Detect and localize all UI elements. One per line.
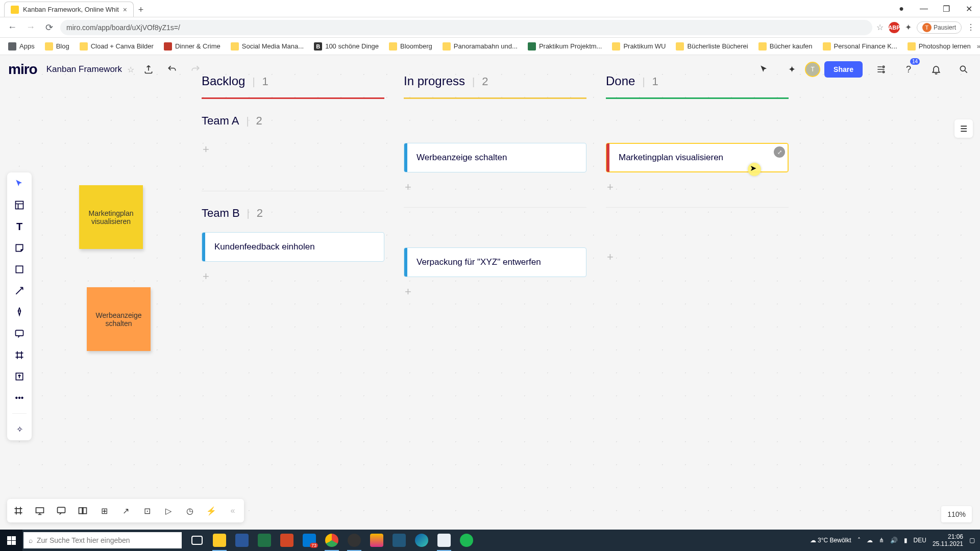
apps-bookmark[interactable]: Apps	[4, 40, 39, 53]
chrome-icon[interactable]	[322, 530, 342, 551]
expand-card-icon[interactable]: ⤢	[774, 146, 785, 158]
add-card-button[interactable]: +	[404, 178, 586, 197]
bookmark-item[interactable]: Bücher kaufen	[754, 40, 817, 53]
app-icon[interactable]	[389, 530, 409, 551]
comments-icon[interactable]	[55, 505, 67, 517]
add-card-button[interactable]: +	[202, 267, 384, 286]
bookmark-item[interactable]: Personal Finance K...	[819, 40, 901, 53]
notifications-tray-icon[interactable]: ▢	[969, 537, 975, 544]
collapse-toolbar-icon[interactable]: «	[227, 505, 239, 517]
video-icon[interactable]: ▷	[162, 505, 175, 517]
minimize-icon[interactable]: —	[913, 0, 935, 17]
kanban-card[interactable]: Marketingplan visualisieren ⤢	[606, 143, 789, 172]
forward-button[interactable]: →	[23, 20, 38, 35]
account-icon[interactable]: ●	[890, 0, 913, 17]
select-tool-icon[interactable]	[13, 178, 26, 190]
upload-tool-icon[interactable]	[13, 370, 26, 383]
timer-icon[interactable]: ◷	[184, 505, 196, 517]
undo-icon[interactable]	[163, 60, 181, 79]
record-icon[interactable]: ⊡	[141, 505, 153, 517]
url-field[interactable]: miro.com/app/board/uXjVOf8yZ1s=/	[60, 20, 872, 35]
add-card-button[interactable]: +	[606, 247, 789, 267]
spotify-icon[interactable]	[456, 530, 477, 551]
bookmark-item[interactable]: B100 schöne Dinge	[310, 40, 383, 53]
bookmark-item[interactable]: Bücherliste Bücherei	[672, 40, 752, 53]
board-name[interactable]: Kanban Framework	[46, 64, 122, 74]
pen-tool-icon[interactable]	[13, 306, 26, 318]
volume-icon[interactable]: 🔊	[890, 537, 898, 544]
sticky-note-yellow[interactable]: Marketingplan visualisieren	[79, 185, 143, 249]
bookmark-item[interactable]: Praktikum Projektm...	[524, 40, 606, 53]
comment-tool-icon[interactable]	[13, 328, 26, 340]
zoom-level[interactable]: 110%	[941, 506, 972, 522]
kanban-cell[interactable]: Verpackung für "XYZ" entwerfen +	[404, 247, 586, 302]
templates-tool-icon[interactable]	[13, 199, 26, 211]
maximize-icon[interactable]: ❐	[935, 0, 958, 17]
abp-extension-icon[interactable]: ABP	[889, 22, 900, 33]
kanban-cell[interactable]: Kundenfeedback einholen +	[202, 232, 384, 286]
bookmark-star-icon[interactable]: ☆	[876, 22, 884, 32]
bookmarks-overflow-icon[interactable]: »	[977, 42, 980, 50]
add-card-button[interactable]: +	[606, 178, 789, 197]
add-card-button[interactable]: +	[202, 140, 384, 159]
sticky-note-orange[interactable]: Werbeanzeige schalten	[87, 287, 151, 351]
miro-canvas[interactable]: Marketingplan visualisieren Werbeanzeige…	[0, 55, 980, 530]
miro-logo[interactable]: miro	[8, 61, 37, 78]
more-tools-icon[interactable]: •••	[13, 392, 26, 404]
apps-tool-icon[interactable]: ✧	[13, 423, 26, 435]
app-icon[interactable]	[366, 530, 387, 551]
kanban-cell[interactable]: Marketingplan visualisieren ⤢ +	[606, 143, 789, 197]
star-board-icon[interactable]: ☆	[127, 65, 134, 74]
line-tool-icon[interactable]	[13, 285, 26, 297]
redo-icon[interactable]	[186, 60, 205, 79]
word-icon[interactable]	[232, 530, 252, 551]
excel-icon[interactable]	[254, 530, 275, 551]
close-tab-icon[interactable]: ×	[123, 6, 127, 14]
chrome-menu-icon[interactable]: ⋮	[967, 22, 975, 32]
clock[interactable]: 21:06 25.11.2021	[933, 533, 963, 548]
edge-icon[interactable]	[411, 530, 432, 551]
extensions-icon[interactable]: ✦	[905, 22, 912, 32]
frames-icon[interactable]	[12, 505, 24, 517]
kanban-card[interactable]: Kundenfeedback einholen	[202, 232, 384, 262]
start-button[interactable]	[0, 530, 22, 551]
language-indicator[interactable]: DEU	[914, 537, 926, 544]
mail-icon[interactable]: 73	[299, 530, 320, 551]
task-view-icon[interactable]	[187, 530, 207, 551]
kanban-cell[interactable]: +	[606, 247, 789, 288]
tray-expand-icon[interactable]: ˄	[857, 537, 861, 544]
row-header-team-b[interactable]: Team B|2	[202, 207, 384, 220]
frame-tool-icon[interactable]	[13, 349, 26, 361]
bookmark-item[interactable]: Bloomberg	[385, 40, 436, 53]
add-card-button[interactable]: +	[404, 282, 586, 302]
row-header-team-a[interactable]: Team A|2	[202, 114, 384, 128]
notepad-icon[interactable]	[434, 530, 454, 551]
kanban-card[interactable]: Verpackung für "XYZ" entwerfen	[404, 247, 586, 277]
presentation-icon[interactable]	[34, 505, 46, 517]
bookmark-item[interactable]: Panoramabahn und...	[438, 40, 522, 53]
reload-button[interactable]: ⟳	[42, 20, 56, 35]
text-tool-icon[interactable]: T	[13, 220, 26, 233]
kanban-cell[interactable]: Werbeanzeige schalten +	[404, 143, 586, 197]
bookmark-item[interactable]: Social Media Mana...	[227, 40, 308, 53]
bookmark-item[interactable]: Photoshop lernen	[903, 40, 975, 53]
weather-widget[interactable]: ☁ 3°C Bewölkt	[810, 537, 851, 544]
browser-tab[interactable]: Kanban Framework, Online Whit ×	[4, 2, 134, 17]
voting-icon[interactable]: ⚡	[205, 505, 217, 517]
cards-icon[interactable]	[77, 505, 89, 517]
sticky-tool-icon[interactable]	[13, 242, 26, 254]
kanban-cell[interactable]: +	[202, 140, 384, 181]
explorer-icon[interactable]	[209, 530, 230, 551]
battery-icon[interactable]: ▮	[904, 537, 908, 544]
onedrive-icon[interactable]: ☁	[867, 537, 873, 544]
back-button[interactable]: ←	[5, 20, 19, 35]
export-icon[interactable]	[139, 60, 158, 79]
bookmark-item[interactable]: Cload + Canva Bilder	[76, 40, 158, 53]
new-tab-button[interactable]: +	[134, 3, 148, 17]
kanban-card[interactable]: Werbeanzeige schalten	[404, 143, 586, 172]
bookmark-item[interactable]: Dinner & Crime	[160, 40, 225, 53]
close-window-icon[interactable]: ✕	[958, 0, 980, 17]
chat-icon[interactable]: ⊞	[98, 505, 110, 517]
shape-tool-icon[interactable]	[13, 263, 26, 276]
bookmark-item[interactable]: Praktikum WU	[608, 40, 670, 53]
